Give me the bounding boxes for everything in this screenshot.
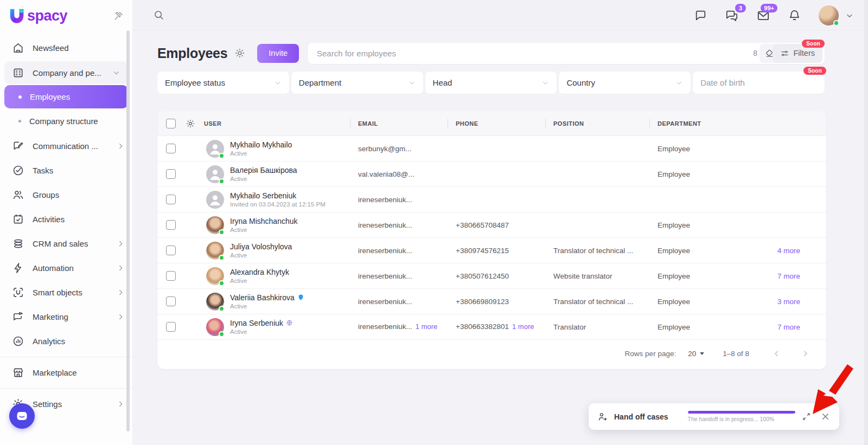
employee-search-input[interactable] — [308, 43, 825, 64]
next-page-button[interactable] — [799, 349, 812, 358]
sidebar-item-activities[interactable]: Activities — [0, 207, 132, 231]
sidebar-item-crm-and-sales[interactable]: CRM and sales — [0, 231, 132, 256]
chevron-right-icon — [117, 288, 125, 296]
bullet-icon — [18, 95, 22, 99]
row-checkbox[interactable] — [166, 271, 176, 281]
row-checkbox[interactable] — [166, 296, 176, 306]
chat-fab-button[interactable] — [9, 403, 35, 429]
column-header-department[interactable]: DEPARTMENT — [658, 120, 701, 127]
chevron-right-icon — [117, 400, 125, 408]
employee-row[interactable]: Iryna Mishchanchuk Active ireneserbeniuk… — [157, 212, 826, 238]
employee-status: Active — [230, 252, 247, 259]
sidebar-item-label: Groups — [33, 190, 59, 199]
filters-button[interactable]: Filters Soon — [773, 44, 822, 63]
sidebar-item-automation[interactable]: Automation — [0, 256, 132, 280]
sidebar-item-tasks[interactable]: Tasks — [0, 158, 132, 183]
global-search-icon[interactable] — [153, 9, 165, 21]
employee-name: Valeriia Bashkirova — [230, 293, 304, 302]
sidebar-item-communication[interactable]: Communication ... — [0, 134, 132, 158]
filter-country[interactable]: Country — [559, 72, 691, 94]
online-dot — [219, 306, 225, 311]
filter-date-of-birth[interactable]: Date of birth Soon — [693, 72, 825, 94]
notifications-bell-icon[interactable] — [788, 9, 801, 22]
phone-cell: +380669809123 — [448, 298, 545, 306]
column-header-position[interactable]: POSITION — [553, 120, 584, 127]
company-and-pe-icon — [12, 67, 24, 79]
handoff-widget: Hand off cases The handoff is in progres… — [589, 403, 839, 430]
rows-per-page-select[interactable]: 20 — [688, 350, 704, 358]
employee-row[interactable]: Mykhailo Serbeniuk Invited on 03.04.2023… — [157, 187, 826, 212]
phone-cell: +380507612450 — [448, 272, 545, 280]
more-link[interactable]: 3 more — [777, 298, 800, 306]
employee-name: Iryna Serbeniuk — [230, 319, 293, 327]
previous-page-button[interactable] — [770, 349, 783, 358]
more-link[interactable]: 7 more — [777, 272, 800, 280]
position-cell: Translator — [545, 323, 649, 331]
chat-bubble-icon — [15, 410, 29, 423]
sidebar-item-marketplace[interactable]: Marketplace — [0, 360, 132, 385]
row-checkbox[interactable] — [166, 322, 176, 332]
expand-widget-icon[interactable] — [801, 411, 812, 422]
employee-row[interactable]: Juliya Voloshylova Active ireneserbeniuk… — [157, 238, 826, 263]
employee-row[interactable]: Iryna Serbeniuk Active ireneserbeniuk...… — [157, 314, 826, 340]
column-header-user[interactable]: USER — [204, 120, 222, 127]
column-header-phone[interactable]: PHONE — [456, 120, 478, 127]
sidebar-item-newsfeed[interactable]: Newsfeed — [0, 36, 132, 60]
employee-row[interactable]: Mykhailo Mykhailo Active serbunyk@gm... … — [157, 136, 826, 162]
employee-row[interactable]: Валерія Башкірова Active val.valeriia08@… — [157, 162, 826, 187]
row-checkbox[interactable] — [166, 144, 176, 153]
page-settings-gear-icon[interactable] — [234, 48, 245, 59]
avatar — [206, 216, 224, 234]
more-link[interactable]: 4 more — [777, 247, 800, 255]
filter-head[interactable]: Head — [425, 72, 557, 94]
row-checkbox[interactable] — [166, 246, 176, 255]
filter-department[interactable]: Department — [291, 72, 423, 94]
more-link[interactable]: 1 more — [512, 323, 531, 331]
sidebar-item-label: Newsfeed — [33, 43, 69, 53]
profile-menu-chevron-icon[interactable] — [845, 11, 854, 20]
mail-icon[interactable]: 99+ — [756, 9, 770, 23]
row-checkbox[interactable] — [166, 169, 176, 179]
chevron-right-icon — [117, 313, 125, 321]
sidebar-item-label: Settings — [33, 399, 62, 409]
employee-name: Mykhailo Serbeniuk — [230, 191, 326, 200]
email-cell: ireneserbeniuk... — [350, 196, 448, 204]
pin-sidebar-icon[interactable] — [113, 11, 124, 21]
sidebar-item-marketing[interactable]: Marketing — [0, 305, 132, 329]
row-checkbox[interactable] — [166, 220, 176, 230]
close-widget-icon[interactable] — [820, 411, 831, 422]
column-settings-gear-icon[interactable] — [186, 119, 195, 128]
sidebar-item-employees[interactable]: Employees — [4, 85, 128, 108]
sidebar-item-company-and-pe[interactable]: Company and pe... — [4, 61, 128, 84]
sidebar: spacy Newsfeed Company and pe... Employe… — [0, 0, 132, 445]
sidebar-item-smart-objects[interactable]: Smart objects — [0, 280, 132, 305]
handoff-progress-bar — [688, 411, 795, 414]
more-link[interactable]: 1 more — [416, 323, 434, 331]
sidebar-item-company-structure[interactable]: Company structure — [4, 109, 128, 133]
more-link[interactable]: 7 more — [777, 323, 800, 331]
position-cell: Website translator — [545, 272, 649, 280]
sidebar-item-groups[interactable]: Groups — [0, 183, 132, 207]
filter-label: Employee status — [165, 78, 225, 87]
filter-employee-status[interactable]: Employee status — [157, 72, 289, 94]
sidebar-divider — [0, 357, 132, 357]
column-header-email[interactable]: EMAIL — [358, 120, 378, 127]
page-scrollbar[interactable] — [864, 0, 868, 445]
sidebar-scrollbar[interactable] — [126, 30, 130, 431]
table-body: Mykhailo Mykhailo Active serbunyk@gm... … — [157, 136, 826, 340]
employee-name: Alexandra Khytyk — [230, 268, 289, 276]
sidebar-item-analytics[interactable]: Analytics — [0, 329, 132, 353]
feedback-chat-icon[interactable] — [694, 9, 707, 22]
employee-row[interactable]: Alexandra Khytyk Active ireneserbeniuk..… — [157, 263, 826, 289]
avatar — [206, 140, 224, 158]
mail-badge: 99+ — [761, 4, 777, 12]
user-avatar[interactable] — [819, 5, 839, 25]
handoff-title: Hand off cases — [614, 412, 668, 421]
bullet-icon — [18, 120, 21, 122]
filters-slider-icon — [780, 49, 789, 58]
messenger-icon[interactable]: 3 — [725, 9, 739, 23]
invite-button[interactable]: Invite — [257, 44, 299, 63]
employee-row[interactable]: Valeriia Bashkirova Active ireneserbeniu… — [157, 289, 826, 314]
select-all-checkbox[interactable] — [166, 119, 176, 128]
row-checkbox[interactable] — [166, 195, 176, 204]
